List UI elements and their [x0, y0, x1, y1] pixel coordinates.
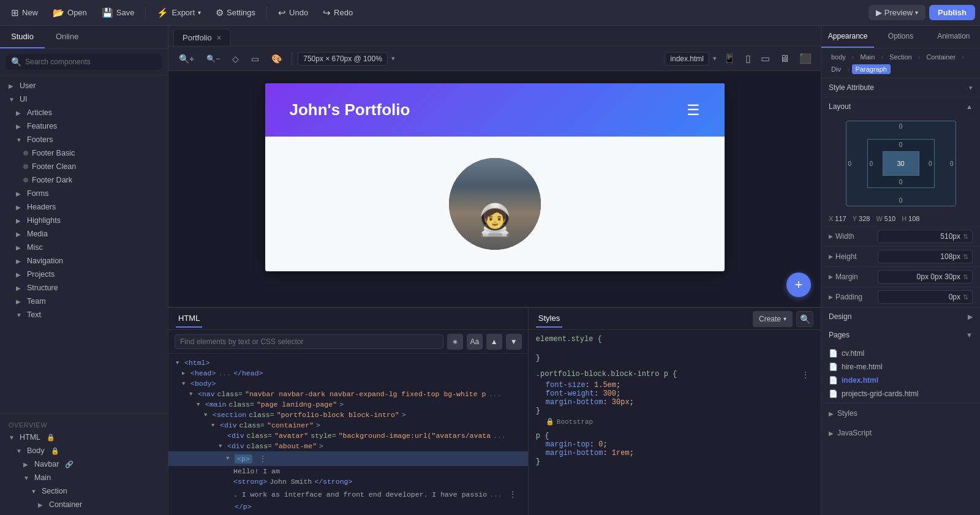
- html-line-section[interactable]: ▼ <section class="portfolio-block block-…: [168, 410, 528, 420]
- tree-item-highlights[interactable]: ▶ Highlights: [0, 214, 168, 227]
- tree-item-media[interactable]: ▶ Media: [0, 227, 168, 241]
- width-value[interactable]: 510px ⇅: [878, 230, 973, 243]
- tab-animation[interactable]: Animation: [927, 26, 980, 48]
- html-line-nav[interactable]: ▼ <nav class="navbar navbar-dark navbar-…: [168, 389, 528, 399]
- html-line-body[interactable]: ▼ <body>: [168, 378, 528, 389]
- layout-inner-right[interactable]: 0: [929, 160, 932, 167]
- tab-studio[interactable]: Studio: [0, 26, 45, 48]
- preview-button[interactable]: ▶ Preview ▾: [869, 5, 925, 20]
- select-tool-button[interactable]: ◇: [228, 51, 243, 66]
- html-line-p-close[interactable]: ▶ </p>: [168, 502, 528, 512]
- tab-appearance[interactable]: Appearance: [821, 26, 874, 48]
- html-line-p-selected[interactable]: ▼ <p> ⋮: [168, 451, 528, 466]
- save-button[interactable]: 💾 Save: [96, 5, 141, 21]
- tree-item-container[interactable]: ▶ Container: [0, 498, 168, 511]
- tree-item-footers[interactable]: ▼ Footers: [0, 133, 168, 146]
- html-line-head[interactable]: ▶ <head>...</head>: [168, 368, 528, 378]
- html-line-container[interactable]: ▼ <div class="container">: [168, 420, 528, 430]
- padding-value[interactable]: 0px ⇅: [878, 290, 973, 304]
- size-dropdown-icon[interactable]: ▾: [391, 55, 395, 62]
- html-line-strong[interactable]: <strong>John Smith</strong>: [168, 476, 528, 487]
- page-projects[interactable]: 📄 projects-grid-cards.html: [829, 387, 973, 400]
- bc-paragraph[interactable]: Paragraph: [852, 64, 891, 74]
- styles-search-button[interactable]: 🔍: [796, 311, 813, 327]
- tree-item-navigation[interactable]: ▶ Navigation: [0, 254, 168, 268]
- margin-unit-toggle[interactable]: ⇅: [963, 273, 968, 281]
- layout-inner-left[interactable]: 0: [870, 160, 873, 167]
- close-tab-icon[interactable]: ×: [217, 33, 222, 42]
- search-input[interactable]: [25, 58, 157, 66]
- html-search-input[interactable]: [175, 334, 443, 349]
- tree-item-ui[interactable]: ▼ UI: [0, 92, 168, 106]
- bc-main[interactable]: Main: [857, 52, 879, 62]
- html-more-button[interactable]: ⋮: [255, 453, 271, 465]
- tab-online[interactable]: Online: [45, 26, 90, 48]
- styles-subsection-header[interactable]: ▶ Styles: [829, 406, 973, 421]
- new-button[interactable]: ⊞ New: [5, 5, 44, 21]
- tree-item-main[interactable]: ▼ Main: [0, 471, 168, 484]
- page-hire-me[interactable]: 📄 hire-me.html: [829, 360, 973, 374]
- page-cv[interactable]: 📄 cv.html: [829, 347, 973, 360]
- bc-div[interactable]: Div: [827, 64, 845, 74]
- tab-styles[interactable]: Styles: [536, 310, 562, 328]
- layout-outer-bottom[interactable]: 0: [899, 197, 903, 204]
- html-text-more-button[interactable]: ⋮: [505, 488, 521, 500]
- css-block-more-button[interactable]: ⋮: [797, 369, 813, 381]
- layout-header[interactable]: Layout ▲: [821, 97, 980, 116]
- padding-unit-toggle[interactable]: ⇅: [963, 293, 968, 301]
- html-search-asterisk-btn[interactable]: ∗: [447, 334, 463, 350]
- paint-bucket-button[interactable]: 🎨: [267, 51, 286, 66]
- html-line-html[interactable]: ▼ <html>: [168, 358, 528, 368]
- add-element-button[interactable]: +: [786, 273, 811, 297]
- pages-header[interactable]: Pages ▼: [821, 326, 980, 344]
- layout-center-value[interactable]: 30: [897, 160, 904, 167]
- js-subsection-header[interactable]: ▶ JavaScript: [829, 426, 973, 440]
- portfolio-tab[interactable]: Portfolio ×: [173, 29, 230, 46]
- tree-item-footer-dark[interactable]: Footer Dark: [0, 173, 168, 187]
- height-value[interactable]: 108px ⇅: [878, 250, 973, 263]
- tree-item-misc[interactable]: ▶ Misc: [0, 241, 168, 254]
- html-search-up-btn[interactable]: ▲: [486, 334, 502, 350]
- tablet-landscape-icon[interactable]: ▭: [758, 51, 773, 66]
- frame-tool-button[interactable]: ▭: [247, 51, 263, 66]
- tree-item-html[interactable]: ▼ HTML 🔒: [0, 430, 168, 444]
- layout-outer-top[interactable]: 0: [899, 123, 903, 130]
- hamburger-icon[interactable]: ☰: [687, 102, 700, 119]
- tree-item-projects[interactable]: ▶ Projects: [0, 268, 168, 281]
- design-section-header[interactable]: Design ▶: [821, 307, 980, 326]
- page-index[interactable]: 📄 index.html: [829, 374, 973, 387]
- tab-options[interactable]: Options: [874, 26, 927, 48]
- bc-container[interactable]: Container: [922, 52, 959, 62]
- open-button[interactable]: 📂 Open: [47, 5, 93, 21]
- zoom-out-button[interactable]: 🔍−: [202, 52, 224, 66]
- desktop-sm-icon[interactable]: 🖥: [777, 52, 793, 66]
- undo-button[interactable]: ↩ Undo: [272, 5, 314, 21]
- tree-item-section[interactable]: ▼ Section: [0, 484, 168, 498]
- canvas-size-label[interactable]: 750px × 670px @ 100%: [298, 52, 388, 66]
- tree-item-structure[interactable]: ▶ Structure: [0, 281, 168, 295]
- tree-item-footer-clean[interactable]: Footer Clean: [0, 160, 168, 173]
- html-line-avatar[interactable]: ▶ <div class="avatar" style="background-…: [168, 430, 528, 441]
- tree-item-body[interactable]: ▼ Body 🔒: [0, 444, 168, 457]
- tree-item-headers[interactable]: ▶ Headers: [0, 200, 168, 214]
- height-unit-toggle[interactable]: ⇅: [963, 253, 968, 261]
- tree-item-articles[interactable]: ▶ Articles: [0, 106, 168, 119]
- tab-html[interactable]: HTML: [176, 310, 202, 328]
- tree-item-user[interactable]: ▶ User: [0, 79, 168, 92]
- desktop-lg-icon[interactable]: ⬛: [796, 51, 815, 66]
- tree-item-text[interactable]: ▼ Text: [0, 308, 168, 321]
- layout-outer-right[interactable]: 0: [950, 160, 954, 167]
- file-label[interactable]: index.html: [665, 52, 709, 66]
- layout-outer-left[interactable]: 0: [848, 160, 852, 167]
- tree-item-features[interactable]: ▶ Features: [0, 119, 168, 133]
- zoom-in-button[interactable]: 🔍+: [175, 51, 198, 66]
- bc-section[interactable]: Section: [886, 52, 916, 62]
- html-search-down-btn[interactable]: ▼: [506, 334, 522, 350]
- html-line-text[interactable]: . I work as interface and front end deve…: [168, 487, 528, 502]
- layout-inner-bottom[interactable]: 0: [899, 179, 903, 186]
- margin-value[interactable]: 0px 0px 30px ⇅: [878, 270, 973, 284]
- bc-body[interactable]: body: [827, 52, 850, 62]
- layout-inner-top[interactable]: 0: [899, 141, 903, 148]
- settings-button[interactable]: ⚙ Settings: [209, 5, 262, 21]
- html-line-about-me[interactable]: ▼ <div class="about-me">: [168, 441, 528, 451]
